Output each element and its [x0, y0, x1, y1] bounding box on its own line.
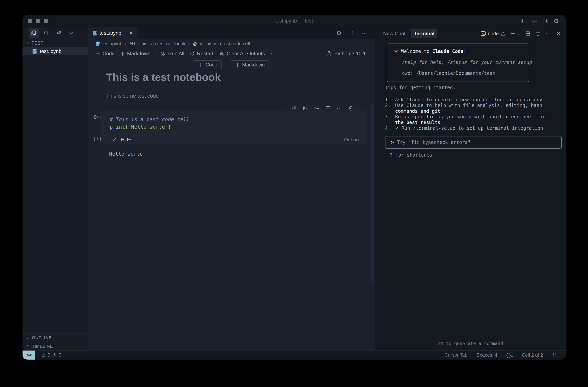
check-icon: ✔	[395, 125, 399, 131]
restart-icon: ↺	[190, 51, 195, 56]
breadcrumb-markdown-cell[interactable]: This is a test notebook	[139, 41, 186, 46]
kill-terminal-icon[interactable]	[535, 31, 541, 36]
clear-outputs-icon	[219, 51, 225, 57]
tip-item: 4. ✔Run /terminal-setup to set up termin…	[385, 125, 558, 131]
welcome-cwd-line: cwd: /Users/leonie/Documents/test	[394, 70, 522, 76]
execute-cell-and-below-icon[interactable]	[291, 105, 297, 111]
insert-markdown-cell-button[interactable]: + Markdown	[231, 60, 269, 69]
cmdk-hint: ⌘K to generate a command	[375, 341, 566, 346]
add-code-cell-button[interactable]: + Code	[93, 50, 117, 57]
cell-position-status[interactable]: Cell 2 of 2	[522, 352, 543, 358]
code-cell: ⌄ [1] # This is a test code cell print("…	[88, 111, 367, 144]
python-icon	[192, 41, 197, 46]
tab-test-ipynb[interactable]: test.ipynb ✕	[88, 27, 138, 39]
tab-new-chat[interactable]: New Chat	[380, 29, 408, 38]
split-terminal-icon[interactable]	[525, 31, 531, 36]
close-panel-icon[interactable]: ✕	[556, 30, 561, 37]
explorer-section-label: TEST	[32, 41, 43, 46]
more-views-chevron-icon[interactable]	[66, 28, 76, 38]
delete-cell-icon[interactable]	[348, 105, 354, 111]
outline-label: OUTLINE	[32, 335, 52, 340]
search-icon[interactable]	[41, 28, 51, 38]
run-cells-above-icon[interactable]	[302, 105, 308, 111]
notebook-settings-gear-icon[interactable]: ⚙	[336, 30, 342, 36]
code-line-print: print("Hello world")	[110, 123, 367, 131]
new-terminal-icon[interactable]: +	[510, 30, 516, 37]
plus-icon: +	[96, 50, 101, 57]
toolbar-more-icon[interactable]: ⋯	[268, 50, 279, 57]
add-markdown-cell-button[interactable]: + Markdown	[117, 50, 153, 57]
file-row-test-ipynb[interactable]: test.ipynb	[22, 47, 88, 55]
claude-welcome-box: ✻Welcome to Claude Code! /help for help,…	[387, 44, 529, 82]
tips-title: Tips for getting started:	[385, 85, 558, 90]
timeline-section[interactable]: TIMELINE	[22, 342, 88, 350]
plus-icon: +	[198, 61, 203, 68]
language-braces-icon[interactable]: { }	[506, 352, 513, 358]
output-collapse-icon[interactable]: ⋯	[88, 151, 101, 157]
notebook-toolbar: + Code + Markdown Run All ↺ Restart	[88, 48, 375, 59]
explorer-icon[interactable]	[29, 28, 39, 38]
title-bar: test.ipynb — test ⚙	[22, 15, 566, 27]
notifications-bell-icon[interactable]	[552, 352, 557, 358]
warning-icon: ⚠	[501, 30, 505, 37]
notebook-file-icon	[96, 41, 100, 46]
close-tab-icon[interactable]: ✕	[129, 30, 133, 36]
settings-gear-icon[interactable]: ⚙	[553, 17, 559, 25]
breadcrumb-file[interactable]: test.ipynb	[102, 41, 123, 46]
tab-terminal[interactable]: Terminal	[411, 29, 437, 38]
terminal-icon	[481, 31, 486, 36]
panel-more-actions-icon[interactable]: ⋯	[546, 30, 551, 37]
window-title: test.ipynb — test	[275, 18, 313, 24]
indentation-status[interactable]: Spaces: 4	[477, 352, 498, 358]
split-editor-icon[interactable]	[348, 30, 354, 36]
run-cell-icon[interactable]	[93, 114, 99, 120]
more-actions-icon[interactable]: ⋯	[360, 30, 366, 36]
problems-indicator[interactable]: ⊘ 0 ⚠ 0	[35, 352, 61, 358]
run-all-button[interactable]: Run All	[157, 51, 187, 57]
cell-gutter: ⌄ [1]	[88, 111, 101, 144]
restart-kernel-button[interactable]: ↺ Restart	[187, 51, 216, 57]
explorer-section-header[interactable]: TEST	[22, 39, 88, 47]
cell-output: ⋯ Hello world	[88, 151, 367, 157]
cursor-tab-status[interactable]: Cursor Tab	[445, 352, 467, 358]
clear-all-outputs-button[interactable]: Clear All Outputs	[216, 51, 268, 57]
output-text: Hello world	[101, 151, 143, 157]
terminal-body[interactable]: ✻Welcome to Claude Code! /help for help,…	[375, 40, 566, 350]
notebook-scrollbar[interactable]	[370, 104, 374, 281]
chevron-down-icon	[25, 41, 30, 45]
toggle-primary-sidebar-icon[interactable]	[520, 18, 527, 24]
plus-icon: +	[120, 50, 125, 57]
outline-section[interactable]: OUTLINE	[22, 334, 88, 342]
zoom-window-button[interactable]	[44, 19, 48, 23]
split-cell-icon[interactable]	[325, 105, 331, 111]
welcome-title-line: ✻Welcome to Claude Code!	[394, 49, 522, 54]
remote-indicator[interactable]: ><	[22, 351, 35, 360]
notebook-file-icon	[32, 48, 37, 54]
toggle-panel-icon[interactable]	[531, 18, 538, 24]
breadcrumb-code-cell[interactable]: # This is a test code cell	[200, 41, 250, 46]
cell-editor[interactable]: # This is a test code cell print("Hello …	[101, 111, 367, 144]
notebook-file-icon	[92, 31, 97, 36]
braces-dot	[511, 356, 513, 357]
breadcrumb: test.ipynb › M↓ This is a test notebook …	[88, 39, 375, 48]
minimize-window-button[interactable]	[36, 19, 40, 23]
cell-duration: 0.0s	[121, 137, 133, 142]
toggle-secondary-sidebar-icon[interactable]	[542, 18, 549, 24]
close-window-button[interactable]	[28, 19, 32, 23]
source-control-icon[interactable]	[54, 28, 64, 38]
terminal-type-chevron-icon[interactable]: ⌄	[517, 31, 520, 36]
cell-language[interactable]: Python	[344, 137, 359, 142]
terminal-process[interactable]: node ⚠	[481, 30, 506, 37]
success-check-icon: ✓	[112, 137, 117, 143]
kernel-picker[interactable]: Python 3.10.11	[327, 51, 375, 57]
file-name: test.ipynb	[40, 48, 62, 54]
claude-prompt-input[interactable]: > Try "fix typecheck errors"	[385, 136, 562, 149]
tips-block: Tips for getting started: 1. Ask Claude …	[385, 85, 558, 131]
tip-item: 3. Be as specific as you would with anot…	[385, 114, 558, 125]
run-cells-below-icon[interactable]	[314, 105, 320, 111]
app-window: test.ipynb — test ⚙	[22, 15, 566, 360]
insert-code-cell-button[interactable]: + Code	[194, 60, 222, 69]
sidebar: TEST test.ipynb OUTLINE	[22, 27, 88, 350]
claude-star-icon: ✻	[394, 49, 398, 54]
execution-count: [1]	[93, 136, 101, 141]
